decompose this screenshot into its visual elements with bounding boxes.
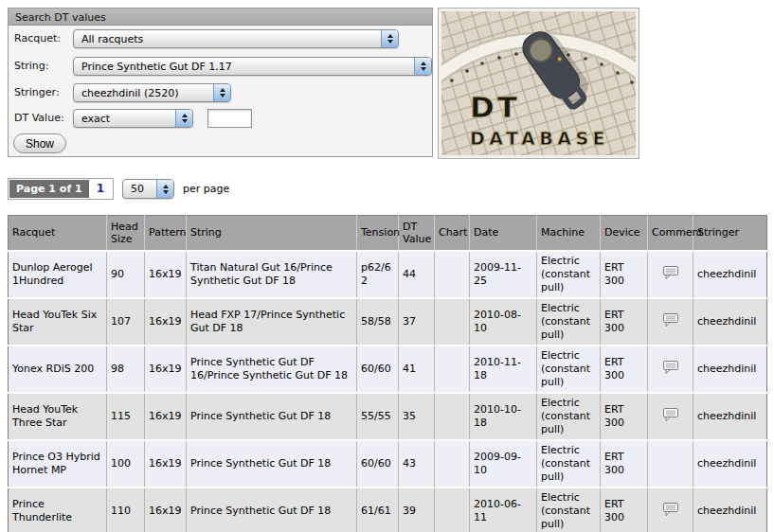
cell-machine: Electric (constant pull) xyxy=(537,393,601,440)
page-info-label: Page 1 of 1 xyxy=(9,180,89,198)
cell-dt-value: 37 xyxy=(399,298,435,346)
comment-icon[interactable] xyxy=(663,408,678,421)
dt-results-table-wrap: Racquet Head Size Pattern String Tension… xyxy=(8,215,766,532)
cell-date: 2010-10-18 xyxy=(470,393,537,440)
dt-value-input[interactable] xyxy=(207,109,252,128)
table-row: Yonex RDiS 2009816x19Prince Synthetic Gu… xyxy=(9,346,767,393)
cell-device: ERT 300 xyxy=(601,488,648,532)
cell-racquet: Dunlop Aerogel 1Hundred xyxy=(9,251,107,298)
cell-tension: 60/60 xyxy=(357,346,399,393)
comment-icon[interactable] xyxy=(663,313,678,327)
cell-machine: Electric (constant pull) xyxy=(537,298,601,346)
column-header-chart: Chart xyxy=(435,216,470,251)
show-button[interactable]: Show xyxy=(13,133,66,153)
cell-device: ERT 300 xyxy=(601,440,648,488)
dt-value-mode-select-value: exact xyxy=(81,113,110,125)
per-page-select[interactable]: 50 xyxy=(122,179,174,199)
table-row: Prince Thunderlite11016x19Prince Synthet… xyxy=(9,488,767,532)
cell-racquet: Yonex RDiS 200 xyxy=(9,346,107,393)
table-row: Prince O3 Hybrid Hornet MP10016x19Prince… xyxy=(9,440,767,488)
banner-title-database: DATABASE xyxy=(470,128,609,149)
cell-machine: Electric (constant pull) xyxy=(537,488,601,532)
cell-head-size: 98 xyxy=(107,346,145,393)
cell-device: ERT 300 xyxy=(601,251,648,298)
cell-stringer: cheezhdinil xyxy=(693,251,767,298)
cell-pattern: 16x19 xyxy=(145,440,187,488)
table-row: Head YouTek Three Star11516x19Prince Syn… xyxy=(9,393,767,440)
cell-stringer: cheezhdinil xyxy=(693,298,767,346)
cell-head-size: 107 xyxy=(107,298,145,346)
stepper-arrows-icon xyxy=(414,58,431,75)
cell-chart xyxy=(435,440,470,488)
cell-device: ERT 300 xyxy=(601,346,648,393)
column-header-comment: Comment xyxy=(648,216,693,251)
table-row: Dunlop Aerogel 1Hundred9016x19Titan Natu… xyxy=(9,251,767,298)
dt-database-banner-image: DT DATABASE xyxy=(441,11,636,155)
cell-tension: 60/60 xyxy=(357,440,399,488)
cell-head-size: 90 xyxy=(107,251,145,298)
cell-comment xyxy=(648,346,693,393)
string-select[interactable]: Prince Synthetic Gut DF 1.17 xyxy=(73,57,432,76)
cell-head-size: 110 xyxy=(107,488,145,532)
cell-pattern: 16x19 xyxy=(145,488,187,532)
cell-pattern: 16x19 xyxy=(145,251,187,298)
cell-comment xyxy=(648,251,693,298)
cell-date: 2009-11-25 xyxy=(470,251,537,298)
stepper-arrows-icon xyxy=(381,30,398,47)
column-header-tension: Tension xyxy=(357,216,399,251)
cell-stringer: cheezhdinil xyxy=(693,488,767,532)
cell-device: ERT 300 xyxy=(601,298,648,346)
cell-machine: Electric (constant pull) xyxy=(537,440,601,488)
cell-head-size: 100 xyxy=(107,440,145,488)
cell-date: 2010-08-10 xyxy=(470,298,537,346)
cell-pattern: 16x19 xyxy=(145,393,187,440)
page-indicator: Page 1 of 1 1 xyxy=(8,178,114,200)
cell-string: Titan Natural Gut 16/Prince Synthetic Gu… xyxy=(187,251,357,298)
stringer-select[interactable]: cheezhdinil (2520) xyxy=(73,83,231,102)
dt-results-table: Racquet Head Size Pattern String Tension… xyxy=(8,215,767,532)
column-header-date: Date xyxy=(470,216,537,251)
column-header-head-size: Head Size xyxy=(107,216,145,251)
cell-dt-value: 39 xyxy=(399,488,435,532)
column-header-dt-value: DT Value xyxy=(399,216,435,251)
cell-tension: 58/58 xyxy=(357,298,399,346)
cell-string: Head FXP 17/Prince Synthetic Gut DF 18 xyxy=(187,298,357,346)
stringer-select-value: cheezhdinil (2520) xyxy=(81,87,179,99)
cell-date: 2010-06-11 xyxy=(470,488,537,532)
cell-string: Prince Synthetic Gut DF 16/Prince Synthe… xyxy=(187,346,357,393)
dt-table-body: Dunlop Aerogel 1Hundred9016x19Titan Natu… xyxy=(9,251,767,532)
column-header-string: String xyxy=(187,216,357,251)
column-header-racquet: Racquet xyxy=(9,216,107,251)
cell-comment xyxy=(648,440,693,488)
column-header-stringer: Stringer xyxy=(693,216,767,251)
cell-pattern: 16x19 xyxy=(145,346,187,393)
cell-comment xyxy=(648,393,693,440)
cell-comment xyxy=(648,488,693,532)
cell-device: ERT 300 xyxy=(601,393,648,440)
cell-string: Prince Synthetic Gut DF 18 xyxy=(187,488,357,532)
column-header-pattern: Pattern xyxy=(145,216,187,251)
table-header-row: Racquet Head Size Pattern String Tension… xyxy=(9,216,767,251)
cell-dt-value: 43 xyxy=(399,440,435,488)
comment-icon[interactable] xyxy=(663,503,678,516)
cell-machine: Electric (constant pull) xyxy=(537,251,601,298)
string-label: String: xyxy=(14,57,71,76)
racquet-label: Racquet: xyxy=(14,29,71,48)
dt-value-mode-select[interactable]: exact xyxy=(73,109,193,128)
string-select-value: Prince Synthetic Gut DF 1.17 xyxy=(81,61,232,73)
cell-chart xyxy=(435,251,470,298)
per-page-select-value: 50 xyxy=(131,183,144,195)
comment-icon[interactable] xyxy=(663,266,678,279)
cell-head-size: 115 xyxy=(107,393,145,440)
comment-icon[interactable] xyxy=(663,361,678,374)
stepper-arrows-icon xyxy=(213,84,230,101)
column-header-device: Device xyxy=(601,216,648,251)
page-number-link[interactable]: 1 xyxy=(89,180,112,198)
cell-tension: 55/55 xyxy=(357,393,399,440)
cell-stringer: cheezhdinil xyxy=(693,393,767,440)
cell-racquet: Head YouTek Three Star xyxy=(9,393,107,440)
per-page-label: per page xyxy=(183,183,229,195)
stepper-arrows-icon xyxy=(175,110,192,127)
racquet-select[interactable]: All racquets xyxy=(73,29,399,48)
cell-string: Prince Synthetic Gut DF 18 xyxy=(187,440,357,488)
